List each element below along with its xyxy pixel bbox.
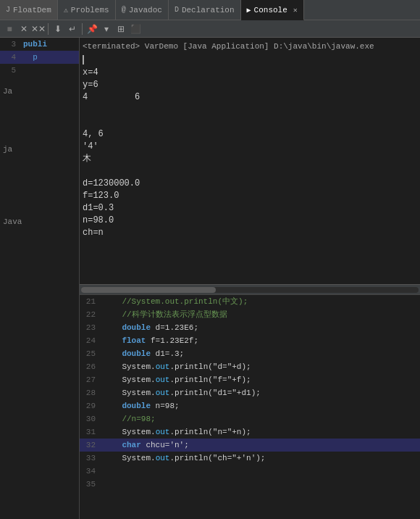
console-close-icon[interactable]: ✕ xyxy=(293,6,298,14)
left-bottom-code xyxy=(0,332,79,519)
maximize-button[interactable]: ⬛ xyxy=(129,22,142,36)
line-num-24: 24 xyxy=(80,334,100,347)
console-out-empty3 xyxy=(83,165,417,178)
toolbar-separator-2 xyxy=(82,23,83,35)
stop-button[interactable]: ■ xyxy=(3,22,16,36)
line-num-28: 28 xyxy=(80,386,100,399)
code-line-34: 34 xyxy=(80,465,420,478)
toolbar-separator-1 xyxy=(48,23,49,35)
label-java: Java xyxy=(3,215,79,229)
code-line-27: 27 System.out.println("f="+f); xyxy=(80,373,420,386)
label-spacer-2 xyxy=(3,157,79,215)
view-menu-button[interactable]: ▾ xyxy=(100,22,113,36)
code-line-35: 35 xyxy=(80,478,420,491)
javadoc-icon: @ xyxy=(122,6,126,14)
tab-problems[interactable]: ⚠ Problems xyxy=(58,0,116,20)
open-console-button[interactable]: ⊞ xyxy=(114,22,127,36)
left-line-3: 3 publi xyxy=(0,38,79,51)
line-content-32: char chcu='n'; xyxy=(100,439,420,452)
line-num-23: 23 xyxy=(80,321,100,334)
label-spacer-1 xyxy=(3,99,79,142)
tab-console-label: Console xyxy=(254,6,287,14)
main-split: 3 publi 4 p 5 Ja ja Java xyxy=(0,38,420,519)
line-num-31: 31 xyxy=(80,425,100,439)
console-output[interactable]: <terminated> VarDemo [Java Application] … xyxy=(80,38,420,284)
line-num-29: 29 xyxy=(80,399,100,412)
console-icon: ▶ xyxy=(247,6,251,14)
line-num-4: 4 xyxy=(0,51,20,64)
console-h-scrollbar[interactable] xyxy=(80,284,420,294)
console-out-d: d=1230000.0 xyxy=(83,178,417,190)
problems-icon: ⚠ xyxy=(64,6,68,14)
tab-floatdem[interactable]: J FloatDem xyxy=(0,0,58,20)
floatdem-icon: J xyxy=(6,6,10,14)
code-line-23: 23 double d=1.23E6; xyxy=(80,321,420,334)
line-num-21: 21 xyxy=(80,295,100,308)
code-line-29: 29 double n=98; xyxy=(80,399,420,412)
tab-javadoc[interactable]: @ Javadoc xyxy=(116,0,169,20)
line-num-32: 32 xyxy=(80,439,100,452)
remove-all-button[interactable]: ✕✕ xyxy=(32,22,45,36)
line-content-27: System.out.println("f="+f); xyxy=(100,373,420,386)
scrollbar-thumb[interactable] xyxy=(81,287,216,293)
line-content-23: double d=1.23E6; xyxy=(100,321,420,334)
left-top-code: 3 publi 4 p 5 Ja ja Java xyxy=(0,38,79,332)
code-line-32: 32 char chcu='n'; xyxy=(80,439,420,452)
code-line-25: 25 double d1=.3; xyxy=(80,347,420,360)
code-pane: 21 //System.out.println(中文); 22 //科学计数法表… xyxy=(80,294,420,519)
line-num-30: 30 xyxy=(80,412,100,425)
line-content-3: publi xyxy=(20,38,79,51)
left-line-4: 4 p xyxy=(0,51,79,64)
left-line-5: 5 xyxy=(0,64,79,77)
code-line-28: 28 System.out.println("d1="+d1); xyxy=(80,386,420,399)
console-toolbar: ■ ✕ ✕✕ ⬇ ↵ 📌 ▾ ⊞ ⬛ xyxy=(0,20,420,38)
line-num-26: 26 xyxy=(80,360,100,373)
scroll-lock-button[interactable]: ⬇ xyxy=(51,22,64,36)
line-content-30: //n=98; xyxy=(100,412,420,425)
declaration-icon: D xyxy=(175,6,179,14)
line-content-28: System.out.println("d1="+d1); xyxy=(100,386,420,399)
left-labels: Ja ja Java xyxy=(0,77,79,229)
console-out-empty1 xyxy=(83,104,417,116)
label-ja: Ja xyxy=(3,84,79,99)
line-num-25: 25 xyxy=(80,347,100,360)
tab-declaration-label: Declaration xyxy=(182,6,235,14)
console-out-x: x=4 xyxy=(83,67,417,79)
code-scroll-area[interactable]: 21 //System.out.println(中文); 22 //科学计数法表… xyxy=(80,295,420,519)
tab-declaration[interactable]: D Declaration xyxy=(169,0,241,20)
scrollbar-track[interactable] xyxy=(81,287,419,293)
tab-bar: J FloatDem ⚠ Problems @ Javadoc D Declar… xyxy=(0,0,420,20)
line-num-5: 5 xyxy=(0,64,20,77)
console-out-y: y=6 xyxy=(83,79,417,91)
code-line-22: 22 //科学计数法表示浮点型数据 xyxy=(80,308,420,321)
pin-button[interactable]: 📌 xyxy=(85,22,98,36)
line-content-22: //科学计数法表示浮点型数据 xyxy=(100,308,420,321)
close-console-button[interactable]: ✕ xyxy=(17,22,30,36)
line-content-5 xyxy=(20,64,79,77)
console-out-46c: 4, 6 xyxy=(83,128,417,141)
line-num-34: 34 xyxy=(80,465,100,478)
console-out-mu: 木 xyxy=(83,153,417,165)
line-content-29: double n=98; xyxy=(100,399,420,412)
console-terminated-line: <terminated> VarDemo [Java Application] … xyxy=(83,41,417,53)
line-content-24: float f=1.23E2f; xyxy=(100,334,420,347)
line-content-35 xyxy=(100,478,420,491)
console-out-4q: '4' xyxy=(83,141,417,153)
line-num-27: 27 xyxy=(80,373,100,386)
line-content-21: //System.out.println(中文); xyxy=(100,295,420,308)
code-lines-container: 21 //System.out.println(中文); 22 //科学计数法表… xyxy=(80,295,420,519)
word-wrap-button[interactable]: ↵ xyxy=(66,22,79,36)
code-line-31: 31 System.out.println("n="+n); xyxy=(80,425,420,439)
label-ja2: ja xyxy=(3,142,79,157)
console-out-d1: d1=0.3 xyxy=(83,202,417,215)
console-cursor-line xyxy=(83,54,417,67)
line-content-4: p xyxy=(20,51,79,64)
tab-console[interactable]: ▶ Console ✕ xyxy=(241,0,304,20)
line-num-22: 22 xyxy=(80,308,100,321)
tab-problems-label: Problems xyxy=(71,6,109,14)
code-line-21: 21 //System.out.println(中文); xyxy=(80,295,420,308)
tab-javadoc-label: Javadoc xyxy=(129,6,162,14)
code-line-30: 30 //n=98; xyxy=(80,412,420,425)
console-out-46: 4 6 xyxy=(83,91,417,104)
code-line-24: 24 float f=1.23E2f; xyxy=(80,334,420,347)
